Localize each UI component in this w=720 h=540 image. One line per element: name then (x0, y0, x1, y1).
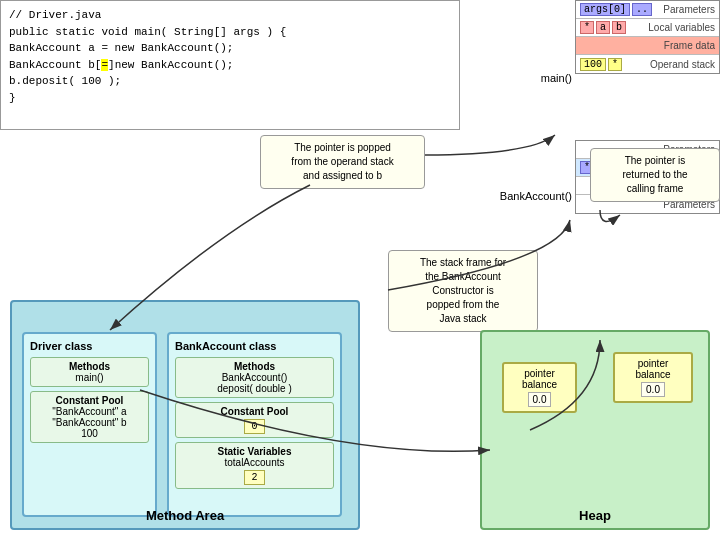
driver-pool-title: Constant Pool (36, 395, 143, 406)
ba-pool-value: 0 (244, 419, 264, 434)
bankaccount-frame-label: BankAccount() (500, 190, 572, 202)
code-line4-pre: BankAccount b[ (9, 59, 101, 71)
frame-data-row: Frame data (576, 37, 719, 55)
heap-area: Heap pointer balance 0.0 pointer balance… (480, 330, 710, 530)
main-frame: args[0] .. Parameters * a b Local variab… (575, 0, 720, 74)
star-val: * (580, 21, 594, 34)
callout-stack-popped: The stack frame for the BankAccount Cons… (388, 250, 538, 332)
heap-obj-2: pointer balance 0.0 (613, 352, 693, 403)
code-line-1: // Driver.java (9, 7, 451, 24)
driver-class-title: Driver class (30, 340, 149, 352)
heap-obj-1: pointer balance 0.0 (502, 362, 577, 413)
params-row-main: args[0] .. Parameters (576, 1, 719, 19)
driver-class-box: Driver class Methods main() Constant Poo… (22, 332, 157, 517)
bankaccount-class-title: BankAccount class (175, 340, 334, 352)
heap-obj2-balance-label: balance (623, 369, 683, 380)
driver-pool-content2: "BankAccount" b (36, 417, 143, 428)
heap-obj1-pointer-label: pointer (512, 368, 567, 379)
code-line-3: BankAccount a = new BankAccount(); (9, 40, 451, 57)
ba-pool-title: Constant Pool (181, 406, 328, 417)
driver-methods-box: Methods main() (30, 357, 149, 387)
ba-methods-content1: BankAccount() (181, 372, 328, 383)
heap-label: Heap (482, 508, 708, 523)
code-line-2: public static void main( String[] args )… (9, 24, 451, 41)
ba-methods-title: Methods (181, 361, 328, 372)
frame-data-label: Frame data (664, 40, 715, 51)
main-frame-label: main() (541, 72, 572, 84)
dots-val: .. (632, 3, 652, 16)
callout-pointer-popped: The pointer is popped from the operand s… (260, 135, 425, 189)
driver-pool-box: Constant Pool "BankAccount" a "BankAccou… (30, 391, 149, 443)
code-panel: // Driver.java public static void main( … (0, 0, 460, 130)
heap-obj2-pointer-label: pointer (623, 358, 683, 369)
callout-pointer-returned: The pointer is returned to the calling f… (590, 148, 720, 202)
params-label: Parameters (663, 4, 715, 15)
driver-pool-content1: "BankAccount" a (36, 406, 143, 417)
heap-obj2-value: 0.0 (641, 382, 665, 397)
bankaccount-class-box: BankAccount class Methods BankAccount() … (167, 332, 342, 517)
operand-stack-label: Operand stack (650, 59, 715, 70)
method-area: x Driver class Methods main() Constant P… (10, 300, 360, 530)
driver-pool-content3: 100 (36, 428, 143, 439)
code-line-5: b.deposit( 100 ); (9, 73, 451, 90)
heap-obj1-value: 0.0 (528, 392, 552, 407)
driver-methods-content: main() (36, 372, 143, 383)
b-val: b (612, 21, 626, 34)
heap-obj1-balance-label: balance (512, 379, 567, 390)
driver-methods-title: Methods (36, 361, 143, 372)
code-line-6: } (9, 90, 451, 107)
code-line-4: BankAccount b[=]new BankAccount(); (9, 57, 451, 74)
a-val: a (596, 21, 610, 34)
hundred-val: 100 (580, 58, 606, 71)
ba-static-box: Static Variables totalAccounts 2 (175, 442, 334, 489)
code-line4-post: ]new BankAccount(); (108, 59, 233, 71)
method-area-label: Method Area (12, 508, 358, 523)
stack-panel: args[0] .. Parameters * a b Local variab… (505, 0, 720, 280)
ba-static-name: totalAccounts (181, 457, 328, 468)
local-vars-row: * a b Local variables (576, 19, 719, 37)
ptr-val: * (608, 58, 622, 71)
ba-methods-box: Methods BankAccount() deposit( double ) (175, 357, 334, 398)
ba-static-title: Static Variables (181, 446, 328, 457)
ba-methods-content2: deposit( double ) (181, 383, 328, 394)
operand-stack-row-main: 100 * Operand stack (576, 55, 719, 73)
local-vars-label: Local variables (648, 22, 715, 33)
ba-static-value: 2 (244, 470, 264, 485)
args-val: args[0] (580, 3, 630, 16)
ba-pool-box: Constant Pool 0 (175, 402, 334, 438)
